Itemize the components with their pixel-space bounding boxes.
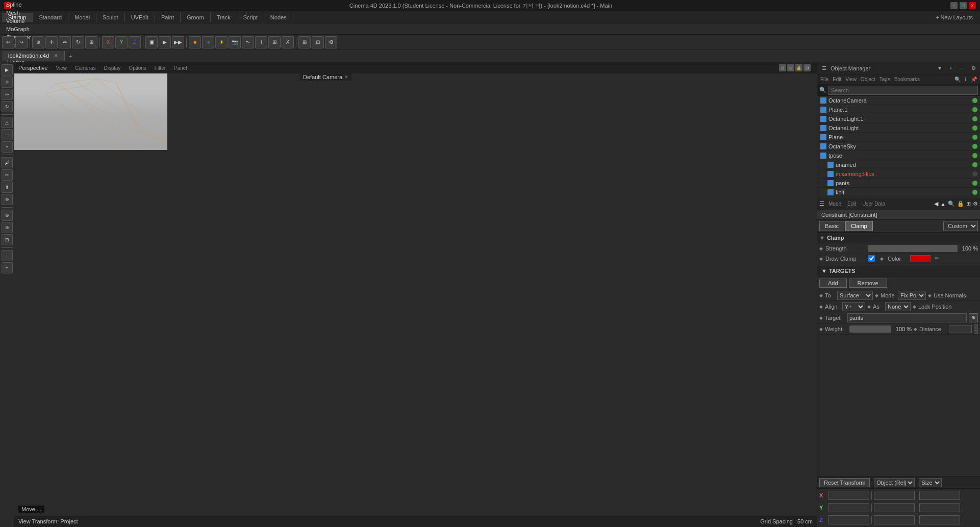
visibility-toggle[interactable]	[972, 135, 977, 140]
knife-tool[interactable]: ✂	[2, 169, 13, 181]
new-tab-btn[interactable]: +	[65, 52, 76, 61]
distance-drag-handle[interactable]: ⋮	[974, 324, 978, 334]
x-scale-input[interactable]: 1.1177 cm	[919, 491, 960, 500]
viewport-menu-filter[interactable]: Filter	[155, 65, 166, 71]
obj-pin-icon[interactable]: 📌	[969, 77, 979, 82]
viewport-menu-options[interactable]: Options	[129, 65, 146, 71]
weld-tool[interactable]: ⊗	[2, 210, 13, 221]
object-list-item[interactable]: Plane	[817, 133, 980, 142]
tab-close-btn[interactable]: ✕	[54, 53, 58, 59]
z-axis-btn[interactable]: Z	[129, 36, 141, 48]
menu-item-volume[interactable]: Volume	[2, 17, 38, 25]
remove-target-btn[interactable]: Remove	[849, 279, 887, 288]
object-list-item[interactable]: Plane.1	[817, 105, 980, 114]
to-select[interactable]: Surface	[837, 291, 873, 300]
x-pos-input[interactable]: -15.1964 cm	[828, 491, 869, 500]
visibility-toggle[interactable]	[972, 116, 977, 121]
add-target-btn[interactable]: Add	[819, 279, 847, 288]
layout-tab-standard[interactable]: Standard	[33, 13, 68, 22]
obj-menu-bookmarks[interactable]: Bookmarks	[892, 77, 922, 82]
props-lock-icon[interactable]: 🔒	[957, 200, 964, 207]
props-settings-icon[interactable]: ⚙	[973, 200, 978, 207]
props-menu-btn[interactable]: ☰	[819, 200, 824, 207]
viewport-3d[interactable]: Perspective View Cameras Display Options…	[14, 62, 817, 527]
extrude-tool[interactable]: ⬆	[2, 182, 13, 193]
file-tab-look2motion[interactable]: look2motion.c4d ✕	[2, 51, 65, 61]
loop-tool[interactable]: ⊕	[2, 194, 13, 205]
z-rot-input[interactable]: -22.5271 °	[874, 515, 915, 524]
object-list-item[interactable]: unamed	[817, 160, 980, 169]
props-expand-icon[interactable]: ⊞	[966, 200, 971, 207]
vp-icon4[interactable]: ⊡	[803, 64, 811, 71]
new-layout-btn[interactable]: + New Layouts	[931, 13, 978, 21]
xpresso-btn[interactable]: X	[282, 36, 294, 48]
menu-item-spline[interactable]: Spline	[2, 1, 38, 9]
close-button[interactable]: ✕	[969, 2, 976, 9]
viewport-menu-cameras[interactable]: Cameras	[75, 65, 96, 71]
tab-clamp[interactable]: Clamp	[845, 221, 873, 231]
move-tool[interactable]: ✛	[2, 77, 13, 88]
layout-tab-script[interactable]: Script	[237, 13, 264, 22]
object-list-item[interactable]: knit	[817, 188, 980, 197]
visibility-toggle[interactable]	[972, 171, 977, 177]
object-list-item[interactable]: OctaneLight	[817, 123, 980, 133]
target-pick-btn[interactable]: ⊕	[969, 313, 978, 322]
reset-transform-btn[interactable]: Reset Transform	[819, 478, 870, 487]
layout-tab-nodes[interactable]: Nodes	[264, 13, 293, 22]
render-all-btn[interactable]: ▶▶	[172, 36, 184, 48]
layout-tab-paint[interactable]: Paint	[155, 13, 181, 22]
search-input[interactable]	[828, 86, 978, 95]
viewport-menu-display[interactable]: Display	[104, 65, 121, 71]
obj-manager-menu-btn[interactable]: ☰	[819, 64, 828, 73]
props-search-icon[interactable]: 🔍	[948, 200, 955, 207]
camera-btn[interactable]: 📷	[229, 36, 241, 48]
grid-btn[interactable]: ⊞	[298, 36, 311, 48]
target-input[interactable]: pants	[847, 313, 967, 322]
array-btn[interactable]: ⊞	[268, 36, 281, 48]
obj-search-icon[interactable]: 🔍	[952, 77, 963, 82]
live-select-btn[interactable]: ⊕	[32, 36, 44, 48]
deform-btn[interactable]: ≋	[202, 36, 214, 48]
tab-basic[interactable]: Basic	[819, 221, 844, 231]
spline-btn[interactable]: 〜	[242, 36, 254, 48]
bevel-tool[interactable]: ⊜	[2, 222, 13, 233]
props-back-btn[interactable]: ◀	[934, 200, 938, 207]
render-active-btn[interactable]: ▶	[159, 36, 171, 48]
props-menu-userdata[interactable]: User Data	[860, 201, 887, 207]
obj-cube-btn[interactable]: ■	[189, 36, 201, 48]
vp-icon1[interactable]: ⊟	[779, 64, 786, 71]
visibility-toggle[interactable]	[972, 190, 977, 195]
distance-input[interactable]: 0 cm	[949, 325, 972, 333]
more-tools[interactable]: ⋮	[2, 250, 13, 261]
options-btn[interactable]: ⚙	[325, 36, 337, 48]
bridge-tool[interactable]: ⊟	[2, 234, 13, 245]
viewport-menu-view[interactable]: View	[56, 65, 67, 71]
viewport-btn[interactable]: ⊡	[312, 36, 324, 48]
maximize-button[interactable]: □	[960, 2, 967, 9]
menu-item-mograph[interactable]: MoGraph	[2, 25, 38, 33]
color-edit-icon[interactable]: ✏	[935, 255, 939, 262]
visibility-toggle[interactable]	[972, 98, 977, 103]
nurbs-btn[interactable]: ⌇	[255, 36, 267, 48]
object-list-item[interactable]: OctaneCamera	[817, 96, 980, 105]
z-pos-input[interactable]: -10.102 cm	[828, 515, 869, 524]
polygon-tool[interactable]: △	[2, 117, 13, 128]
obj-add-btn[interactable]: +	[946, 64, 956, 73]
props-menu-mode[interactable]: Mode	[826, 201, 843, 207]
visibility-toggle[interactable]	[972, 153, 977, 158]
size-select[interactable]: Size	[919, 478, 942, 487]
y-axis-btn[interactable]: Y	[115, 36, 128, 48]
object-rel-select[interactable]: Object (Rel)	[874, 478, 915, 487]
props-menu-edit[interactable]: Edit	[845, 201, 858, 207]
object-list-item[interactable]: mixamorig:Hips	[817, 169, 980, 179]
rotate-tool[interactable]: ↻	[2, 101, 13, 112]
select-tool[interactable]: ▶	[2, 64, 13, 76]
visibility-toggle[interactable]	[972, 144, 977, 149]
color-swatch[interactable]	[910, 255, 931, 262]
vp-icon2[interactable]: ⊞	[787, 64, 794, 71]
y-pos-input[interactable]: 70.2204 cm	[828, 503, 869, 512]
props-up-btn[interactable]: ▲	[940, 201, 946, 207]
extra-tools[interactable]: +	[2, 262, 13, 273]
as-select[interactable]: None	[885, 302, 911, 311]
visibility-toggle[interactable]	[972, 181, 977, 186]
